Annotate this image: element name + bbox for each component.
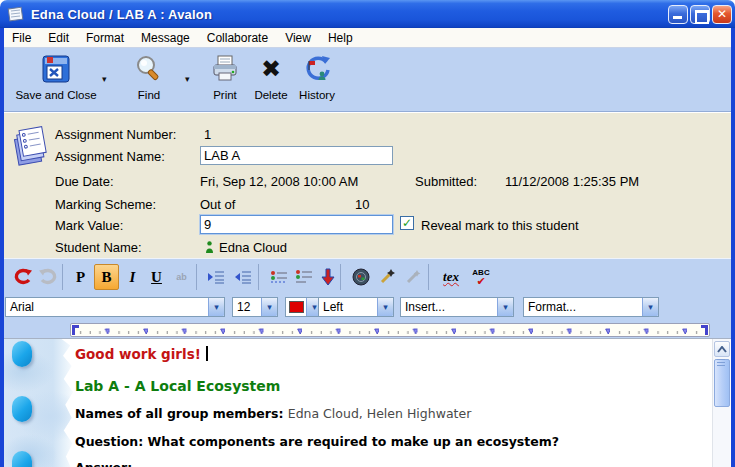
history-icon: [301, 50, 333, 88]
indent-increase-icon: [206, 269, 226, 285]
indent-decrease-button[interactable]: [230, 264, 255, 290]
plain-style-button[interactable]: P: [68, 264, 93, 290]
reveal-mark-checkbox[interactable]: ✓: [400, 216, 414, 230]
student-person-icon: [205, 241, 214, 254]
reveal-mark-label: Reveal mark to this student: [421, 218, 579, 233]
eyedropper-button[interactable]: [400, 264, 425, 290]
italic-button[interactable]: I: [120, 264, 145, 290]
save-and-close-button[interactable]: Save and Close: [10, 50, 102, 110]
lab-title-line: Lab A - A Local Ecosystem: [75, 378, 280, 394]
fixed-style-button[interactable]: ab: [169, 264, 194, 290]
delete-button[interactable]: ✖ Delete: [248, 50, 294, 110]
scrollbar-grip-icon: [717, 359, 725, 367]
submitted-label: Submitted:: [415, 174, 477, 189]
chevron-down-icon: ▾: [261, 298, 277, 316]
undo-button[interactable]: [10, 264, 35, 290]
bold-button[interactable]: B: [94, 264, 119, 290]
menu-bar: File Edit Format Message Collaborate Vie…: [4, 28, 731, 48]
alignment-value: Left: [319, 300, 377, 314]
window-title: Edna Cloud / LAB A : Avalon: [31, 7, 212, 22]
mark-value-input[interactable]: [200, 215, 393, 234]
binding-ring-icon: [12, 451, 32, 467]
menu-view[interactable]: View: [285, 31, 311, 45]
menu-format[interactable]: Format: [86, 31, 124, 45]
redo-button[interactable]: [35, 264, 60, 290]
save-and-close-icon: [40, 50, 72, 88]
maximize-button[interactable]: [690, 5, 710, 24]
red-down-arrow-icon: [321, 268, 335, 286]
answer-line: Answer:: [75, 460, 132, 467]
insert-dropdown[interactable]: Insert... ▾: [400, 297, 514, 317]
menu-file[interactable]: File: [12, 31, 31, 45]
line-spacing-button[interactable]: [291, 264, 316, 290]
signature-button[interactable]: tex: [436, 264, 466, 290]
format-painter-button[interactable]: [374, 264, 399, 290]
question-line: Question: What components are required t…: [75, 434, 559, 449]
hyperlink-button[interactable]: [348, 264, 373, 290]
line-spacing-icon: [294, 269, 314, 285]
document-body: Good work girls! Lab A - A Local Ecosyst…: [75, 339, 701, 467]
print-button[interactable]: Print: [202, 50, 248, 110]
globe-icon: [351, 267, 371, 287]
alignment-dropdown[interactable]: Left ▾: [318, 297, 394, 317]
insert-value: Insert...: [401, 300, 497, 314]
eyedropper-icon: [404, 268, 422, 286]
text-cursor: [206, 346, 208, 361]
student-name-value[interactable]: Edna Cloud: [219, 240, 287, 255]
format-dropdown-bar: Arial ▾ 12 ▾ ▾ Left ▾ Insert... ▾ Format…: [4, 294, 731, 322]
find-dropdown-arrow-icon[interactable]: ▾: [185, 74, 190, 84]
find-label: Find: [138, 89, 160, 101]
find-button[interactable]: Find: [120, 50, 178, 110]
window-border-right: [731, 28, 735, 467]
assignment-number-label: Assignment Number:: [55, 127, 176, 142]
ruler[interactable]: [70, 323, 710, 337]
editor-area[interactable]: Good work girls! Lab A - A Local Ecosyst…: [4, 338, 731, 467]
marking-scheme-total: 10: [355, 197, 369, 212]
submitted-value: 11/12/2008 1:25:35 PM: [505, 174, 639, 189]
spellcheck-button[interactable]: ABC ✔: [467, 264, 495, 290]
chevron-down-icon: ▾: [377, 298, 393, 316]
assignment-name-input[interactable]: [200, 146, 393, 165]
format-dropdown[interactable]: Format... ▾: [523, 297, 659, 317]
delete-label: Delete: [254, 89, 287, 101]
find-icon: [133, 50, 165, 88]
spellcheck-icon: ABC ✔: [472, 269, 489, 286]
main-toolbar: Save and Close ▾ Find ▾: [4, 48, 731, 112]
scroll-up-button[interactable]: [714, 341, 730, 357]
save-dropdown-arrow-icon[interactable]: ▾: [102, 74, 107, 84]
assignment-form: Assignment Number: 1 Assignment Name: Du…: [4, 112, 731, 258]
title-bar[interactable]: Edna Cloud / LAB A : Avalon: [0, 0, 735, 28]
underline-button[interactable]: U: [144, 264, 169, 290]
chevron-down-icon: ▾: [642, 298, 658, 316]
minimize-button[interactable]: [668, 5, 688, 24]
binding-ring-icon: [12, 341, 32, 367]
indent-increase-button[interactable]: [203, 264, 228, 290]
menu-edit[interactable]: Edit: [48, 31, 69, 45]
indent-decrease-icon: [233, 269, 253, 285]
font-size-dropdown[interactable]: 12 ▾: [232, 297, 278, 317]
history-button[interactable]: History: [292, 50, 342, 110]
font-size-value: 12: [233, 300, 261, 314]
group-members-line: Names of all group members: Edna Cloud, …: [75, 406, 471, 421]
font-family-dropdown[interactable]: Arial ▾: [5, 297, 225, 317]
close-button[interactable]: [712, 5, 732, 24]
paragraph-spacing-icon: [269, 269, 289, 285]
mark-value-label: Mark Value:: [55, 218, 123, 233]
binding-ring-icon: [12, 396, 32, 422]
font-family-value: Arial: [6, 300, 208, 314]
message-icon: [7, 6, 25, 22]
print-icon: [209, 50, 241, 88]
vertical-scrollbar[interactable]: [712, 339, 730, 467]
due-date-label: Due Date:: [55, 174, 114, 189]
menu-collaborate[interactable]: Collaborate: [207, 31, 268, 45]
due-date-value: Fri, Sep 12, 2008 10:00 AM: [200, 174, 358, 189]
insert-marker-button[interactable]: [315, 264, 340, 290]
menu-help[interactable]: Help: [328, 31, 353, 45]
menu-message[interactable]: Message: [141, 31, 190, 45]
assignment-number-value: 1: [204, 127, 211, 142]
redo-icon: [38, 268, 58, 286]
stationery-background: [4, 339, 76, 467]
chevron-down-icon: ▾: [497, 298, 513, 316]
assignment-name-label: Assignment Name:: [55, 149, 165, 164]
paragraph-spacing-button[interactable]: [266, 264, 291, 290]
